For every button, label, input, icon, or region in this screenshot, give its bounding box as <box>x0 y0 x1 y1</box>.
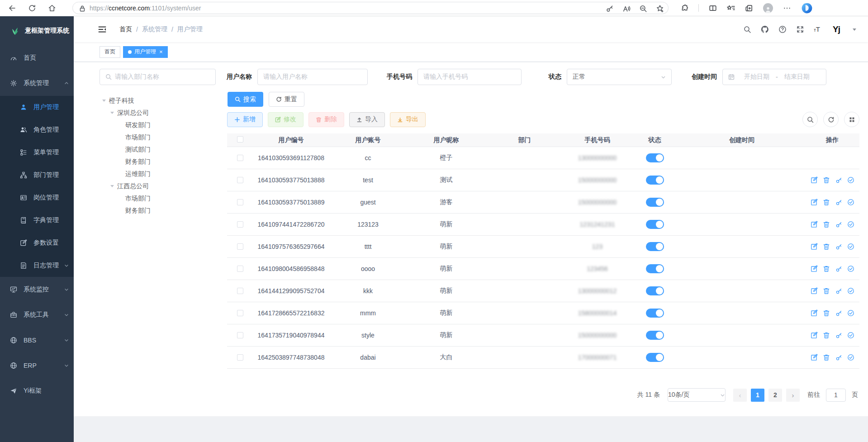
caret-down-icon[interactable] <box>110 185 114 189</box>
tree-node[interactable]: 深圳总公司 <box>102 107 227 119</box>
reset-password-icon[interactable] <box>835 199 842 206</box>
row-checkbox[interactable] <box>237 199 243 205</box>
tree-node[interactable]: 市场部门 <box>102 192 227 204</box>
tree-node[interactable]: 运维部门 <box>102 168 227 180</box>
edit-button[interactable]: 修改 <box>268 112 304 127</box>
row-checkbox[interactable] <box>237 332 243 338</box>
delete-icon[interactable] <box>823 176 830 184</box>
delete-button[interactable]: 删除 <box>308 112 344 127</box>
tab-user-management[interactable]: 用户管理 × <box>123 46 168 58</box>
reset-password-icon[interactable] <box>835 332 842 339</box>
delete-icon[interactable] <box>823 354 830 361</box>
page-number-button[interactable]: 2 <box>768 389 782 402</box>
sidebar-item-系统监控[interactable]: 系统监控 <box>0 277 74 302</box>
font-size-icon[interactable]: тT <box>814 26 820 33</box>
row-checkbox[interactable] <box>237 310 243 316</box>
table-refresh-icon[interactable] <box>823 112 839 127</box>
delete-icon[interactable] <box>823 265 830 272</box>
sidebar-item-菜单管理[interactable]: 菜单管理 <box>0 141 74 164</box>
key-icon[interactable] <box>606 5 612 11</box>
assign-role-icon[interactable] <box>847 221 854 228</box>
breadcrumb-home[interactable]: 首页 <box>119 25 132 33</box>
delete-icon[interactable] <box>823 332 830 339</box>
edit-icon[interactable] <box>811 287 818 295</box>
tree-node[interactable]: 市场部门 <box>102 131 227 143</box>
duplicate-tab-icon[interactable] <box>745 4 753 12</box>
reset-password-icon[interactable] <box>835 265 842 272</box>
delete-icon[interactable] <box>823 309 830 317</box>
favorite-add-icon[interactable] <box>656 5 663 11</box>
assign-role-icon[interactable] <box>847 243 854 250</box>
caret-down-icon[interactable] <box>102 100 106 104</box>
refresh-icon[interactable] <box>28 4 36 12</box>
reset-password-icon[interactable] <box>835 287 842 295</box>
split-screen-icon[interactable] <box>709 4 717 12</box>
row-checkbox[interactable] <box>237 221 243 228</box>
status-toggle[interactable] <box>646 198 664 207</box>
tree-node[interactable]: 财务部门 <box>102 204 227 217</box>
fullscreen-icon[interactable] <box>796 25 804 33</box>
date-range-input[interactable]: 开始日期 - 结束日期 <box>722 69 826 85</box>
prev-page-button[interactable]: ‹ <box>733 389 747 402</box>
tab-close-icon[interactable]: × <box>159 49 163 55</box>
status-toggle[interactable] <box>646 176 664 185</box>
app-logo[interactable]: 意框架管理系统 <box>0 16 74 45</box>
edit-icon[interactable] <box>811 176 818 184</box>
home-icon[interactable] <box>48 4 56 12</box>
help-icon[interactable] <box>778 25 787 33</box>
sidebar-item-系统管理[interactable]: 系统管理 <box>0 71 74 96</box>
row-checkbox[interactable] <box>237 177 243 183</box>
assign-role-icon[interactable] <box>847 265 854 272</box>
sidebar-item-角色管理[interactable]: 角色管理 <box>0 119 74 141</box>
edit-icon[interactable] <box>811 309 818 317</box>
reset-password-icon[interactable] <box>835 243 842 250</box>
status-toggle[interactable] <box>646 242 664 251</box>
status-select[interactable]: 正常 <box>567 69 672 85</box>
reset-password-icon[interactable] <box>835 354 842 361</box>
username-input[interactable]: 请输入用户名称 <box>257 69 368 85</box>
tree-node[interactable]: 研发部门 <box>102 119 227 131</box>
reset-password-icon[interactable] <box>835 309 842 317</box>
select-all-checkbox[interactable] <box>237 136 243 143</box>
back-icon[interactable] <box>8 4 16 12</box>
sidebar-item-首页[interactable]: 首页 <box>0 45 74 71</box>
delete-icon[interactable] <box>823 221 830 228</box>
import-button[interactable]: 导入 <box>349 112 385 127</box>
status-toggle[interactable] <box>646 220 664 229</box>
row-checkbox[interactable] <box>237 354 243 361</box>
dept-search-input[interactable]: 请输入部门名称 <box>100 69 216 85</box>
profile-avatar[interactable] <box>763 3 773 13</box>
extensions-icon[interactable] <box>680 4 688 12</box>
edit-icon[interactable] <box>811 354 818 361</box>
caret-down-icon[interactable] <box>110 112 114 116</box>
assign-role-icon[interactable] <box>847 354 854 361</box>
assign-role-icon[interactable] <box>847 176 854 184</box>
tree-node[interactable]: 财务部门 <box>102 156 227 168</box>
sidebar-item-用户管理[interactable]: 用户管理 <box>0 96 74 119</box>
sidebar-item-Yi框架[interactable]: Yi框架 <box>0 378 74 404</box>
status-toggle[interactable] <box>646 286 664 295</box>
reset-password-icon[interactable] <box>835 221 842 228</box>
zoom-out-icon[interactable] <box>639 5 646 11</box>
assign-role-icon[interactable] <box>847 287 854 295</box>
page-size-select[interactable]: 10条/页 <box>668 388 726 402</box>
sidebar-item-系统工具[interactable]: 系统工具 <box>0 302 74 328</box>
github-icon[interactable] <box>761 25 769 33</box>
page-number-button[interactable]: 1 <box>751 389 764 402</box>
tree-node[interactable]: 测试部门 <box>102 143 227 156</box>
sidebar-item-部门管理[interactable]: 部门管理 <box>0 164 74 186</box>
edit-icon[interactable] <box>811 199 818 206</box>
assign-role-icon[interactable] <box>847 199 854 206</box>
table-grid-icon[interactable] <box>844 112 859 127</box>
add-button[interactable]: 新增 <box>227 112 263 127</box>
user-avatar[interactable]: Yj <box>830 23 843 36</box>
copilot-icon[interactable] <box>801 2 813 14</box>
more-icon[interactable] <box>783 4 791 12</box>
search-icon[interactable] <box>743 25 751 33</box>
sidebar-item-参数设置[interactable]: 参数设置 <box>0 232 74 254</box>
sidebar-item-ERP[interactable]: ERP <box>0 353 74 378</box>
assign-role-icon[interactable] <box>847 309 854 317</box>
address-bar[interactable]: https://ccnetcore.com:1101/system/user <box>72 2 669 14</box>
phone-input[interactable]: 请输入手机号码 <box>417 69 522 85</box>
tree-node[interactable]: 橙子科技 <box>102 95 227 107</box>
